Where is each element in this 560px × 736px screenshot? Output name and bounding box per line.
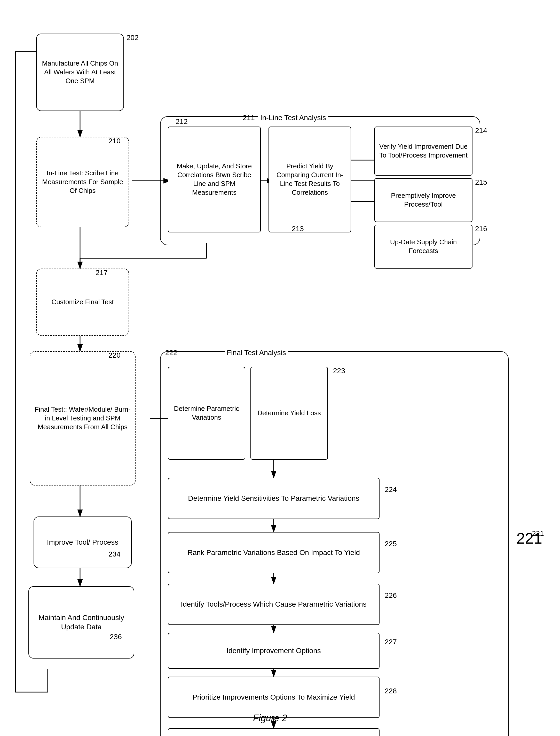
node-216: Up-Date Supply Chain Forecasts	[374, 225, 472, 269]
node-223b: Determine Yield Loss	[250, 367, 328, 460]
figure-caption: Figure 2	[253, 713, 287, 724]
node-202: Manufacture All Chips On All Wafers With…	[36, 34, 124, 111]
node-215: Preemptively Improve Process/Tool	[374, 178, 472, 222]
node-212: Make, Update, And Store Correlations Btw…	[168, 127, 261, 232]
node-214: Verify Yield Improvement Due To Tool/Pro…	[374, 127, 472, 176]
node-223a: Determine Parametric Variations	[168, 367, 245, 460]
node-224: Determine Yield Sensitivities To Paramet…	[168, 478, 380, 519]
ref-210: 210	[108, 137, 121, 145]
ref-225: 225	[385, 540, 397, 548]
ref-215: 215	[475, 178, 487, 186]
node-213: Predict Yield By Comparing Current In-Li…	[269, 127, 351, 232]
final-group-label: Final Test Analysis	[225, 349, 288, 357]
node-210: In-Line Test: Scribe Line Measurements F…	[36, 137, 129, 227]
node-229: Chip Disposition (See Figure 3)	[168, 728, 380, 736]
ref-234: 234	[108, 550, 121, 558]
node-236: Maintain And Continuously Update Data	[28, 586, 134, 659]
node-226: Identify Tools/Process Which Cause Param…	[168, 584, 380, 625]
diagram-container: Manufacture All Chips On All Wafers With…	[0, 0, 560, 736]
ref-223: 223	[333, 367, 345, 375]
ref-236: 236	[110, 633, 122, 641]
ref-216: 216	[475, 225, 487, 233]
ref-214: 214	[475, 127, 487, 135]
node-225: Rank Parametric Variations Based On Impa…	[168, 532, 380, 573]
ref-226: 226	[385, 591, 397, 600]
ref-220: 220	[108, 351, 121, 359]
node-217: Customize Final Test	[36, 269, 129, 336]
ref-221-num: 221	[532, 529, 544, 538]
node-234: Improve Tool/ Process	[34, 516, 132, 568]
ref-222: 222	[165, 349, 177, 357]
ref-217: 217	[96, 269, 108, 277]
ref-212: 212	[176, 118, 188, 126]
node-220: Final Test:: Wafer/Module/ Burn-in Level…	[30, 351, 136, 486]
inline-group-label: In-Line Test Analysis	[258, 114, 328, 122]
ref-228: 228	[385, 687, 397, 695]
ref-224: 224	[385, 486, 397, 494]
node-227: Identify Improvement Options	[168, 633, 380, 669]
ref-202: 202	[127, 34, 139, 42]
ref-211: 211	[243, 114, 255, 122]
ref-227: 227	[385, 638, 397, 646]
node-228: Prioritize Improvements Options To Maxim…	[168, 677, 380, 718]
ref-213: 213	[292, 225, 304, 233]
